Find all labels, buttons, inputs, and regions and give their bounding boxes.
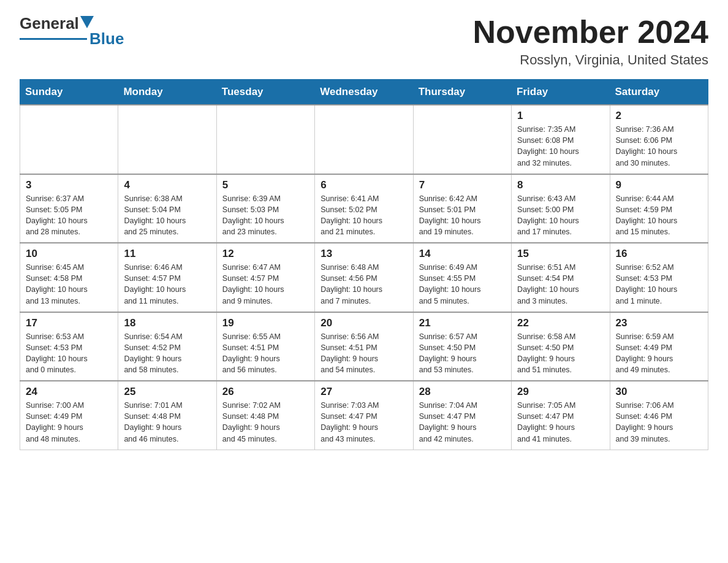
- day-cell: 8Sunrise: 6:43 AM Sunset: 5:00 PM Daylig…: [512, 174, 610, 243]
- day-cell: 6Sunrise: 6:41 AM Sunset: 5:02 PM Daylig…: [315, 174, 413, 243]
- day-info: Sunrise: 7:36 AM Sunset: 6:06 PM Dayligh…: [616, 124, 702, 169]
- day-info: Sunrise: 6:52 AM Sunset: 4:53 PM Dayligh…: [616, 262, 702, 307]
- day-cell: 30Sunrise: 7:06 AM Sunset: 4:46 PM Dayli…: [610, 381, 708, 450]
- day-cell: 5Sunrise: 6:39 AM Sunset: 5:03 PM Daylig…: [216, 174, 314, 243]
- day-number: 26: [222, 386, 309, 398]
- day-cell: 20Sunrise: 6:56 AM Sunset: 4:51 PM Dayli…: [315, 312, 413, 381]
- day-info: Sunrise: 6:49 AM Sunset: 4:55 PM Dayligh…: [419, 262, 506, 307]
- day-info: Sunrise: 6:55 AM Sunset: 4:51 PM Dayligh…: [222, 331, 309, 376]
- day-number: 21: [419, 317, 506, 329]
- week-row-1: 1Sunrise: 7:35 AM Sunset: 6:08 PM Daylig…: [20, 105, 708, 174]
- day-cell: 24Sunrise: 7:00 AM Sunset: 4:49 PM Dayli…: [20, 381, 118, 450]
- day-number: 23: [616, 317, 702, 329]
- day-cell: 7Sunrise: 6:42 AM Sunset: 5:01 PM Daylig…: [413, 174, 511, 243]
- day-info: Sunrise: 6:57 AM Sunset: 4:50 PM Dayligh…: [419, 331, 506, 376]
- day-cell: [413, 105, 511, 174]
- day-number: 17: [26, 317, 112, 329]
- week-row-4: 17Sunrise: 6:53 AM Sunset: 4:53 PM Dayli…: [20, 312, 708, 381]
- day-cell: 11Sunrise: 6:46 AM Sunset: 4:57 PM Dayli…: [118, 243, 216, 312]
- day-number: 28: [419, 386, 506, 398]
- day-cell: 28Sunrise: 7:04 AM Sunset: 4:47 PM Dayli…: [413, 381, 511, 450]
- day-cell: 12Sunrise: 6:47 AM Sunset: 4:57 PM Dayli…: [216, 243, 314, 312]
- day-number: 19: [222, 317, 309, 329]
- header-tuesday: Tuesday: [216, 80, 314, 105]
- day-info: Sunrise: 6:51 AM Sunset: 4:54 PM Dayligh…: [517, 262, 604, 307]
- day-cell: 10Sunrise: 6:45 AM Sunset: 4:58 PM Dayli…: [20, 243, 118, 312]
- day-cell: 17Sunrise: 6:53 AM Sunset: 4:53 PM Dayli…: [20, 312, 118, 381]
- day-number: 11: [124, 248, 210, 260]
- logo-line: [20, 38, 87, 40]
- header-sunday: Sunday: [20, 80, 118, 105]
- day-number: 25: [124, 386, 210, 398]
- day-info: Sunrise: 6:56 AM Sunset: 4:51 PM Dayligh…: [320, 331, 407, 376]
- day-cell: 19Sunrise: 6:55 AM Sunset: 4:51 PM Dayli…: [216, 312, 314, 381]
- day-cell: 13Sunrise: 6:48 AM Sunset: 4:56 PM Dayli…: [315, 243, 413, 312]
- logo-triangle-icon: [80, 16, 94, 28]
- day-number: 9: [616, 179, 702, 191]
- day-cell: 15Sunrise: 6:51 AM Sunset: 4:54 PM Dayli…: [512, 243, 610, 312]
- day-cell: 1Sunrise: 7:35 AM Sunset: 6:08 PM Daylig…: [512, 105, 610, 174]
- day-number: 2: [616, 110, 702, 122]
- day-cell: 9Sunrise: 6:44 AM Sunset: 4:59 PM Daylig…: [610, 174, 708, 243]
- day-info: Sunrise: 6:47 AM Sunset: 4:57 PM Dayligh…: [222, 262, 309, 307]
- day-cell: 22Sunrise: 6:58 AM Sunset: 4:50 PM Dayli…: [512, 312, 610, 381]
- calendar-title: November 2024: [473, 15, 708, 50]
- day-cell: 21Sunrise: 6:57 AM Sunset: 4:50 PM Dayli…: [413, 312, 511, 381]
- day-number: 15: [517, 248, 604, 260]
- page-header: General Blue November 2024 Rosslyn, Virg…: [20, 15, 708, 68]
- day-info: Sunrise: 7:02 AM Sunset: 4:48 PM Dayligh…: [222, 400, 309, 445]
- day-cell: 29Sunrise: 7:05 AM Sunset: 4:47 PM Dayli…: [512, 381, 610, 450]
- day-number: 22: [517, 317, 604, 329]
- day-cell: 27Sunrise: 7:03 AM Sunset: 4:47 PM Dayli…: [315, 381, 413, 450]
- day-number: 6: [320, 179, 407, 191]
- day-cell: 3Sunrise: 6:37 AM Sunset: 5:05 PM Daylig…: [20, 174, 118, 243]
- day-cell: 23Sunrise: 6:59 AM Sunset: 4:49 PM Dayli…: [610, 312, 708, 381]
- day-cell: 18Sunrise: 6:54 AM Sunset: 4:52 PM Dayli…: [118, 312, 216, 381]
- day-info: Sunrise: 7:01 AM Sunset: 4:48 PM Dayligh…: [124, 400, 210, 445]
- day-cell: 14Sunrise: 6:49 AM Sunset: 4:55 PM Dayli…: [413, 243, 511, 312]
- day-number: 1: [517, 110, 604, 122]
- day-number: 7: [419, 179, 506, 191]
- day-info: Sunrise: 6:44 AM Sunset: 4:59 PM Dayligh…: [616, 193, 702, 238]
- day-number: 14: [419, 248, 506, 260]
- day-cell: 26Sunrise: 7:02 AM Sunset: 4:48 PM Dayli…: [216, 381, 314, 450]
- logo: General Blue: [20, 15, 124, 47]
- day-info: Sunrise: 6:59 AM Sunset: 4:49 PM Dayligh…: [616, 331, 702, 376]
- logo-blue-text: Blue: [89, 30, 124, 48]
- day-info: Sunrise: 6:54 AM Sunset: 4:52 PM Dayligh…: [124, 331, 210, 376]
- calendar-table: Sunday Monday Tuesday Wednesday Thursday…: [20, 79, 708, 450]
- day-number: 3: [26, 179, 112, 191]
- day-cell: [216, 105, 314, 174]
- day-number: 10: [26, 248, 112, 260]
- day-number: 4: [124, 179, 210, 191]
- day-info: Sunrise: 7:03 AM Sunset: 4:47 PM Dayligh…: [320, 400, 407, 445]
- day-number: 5: [222, 179, 309, 191]
- day-info: Sunrise: 7:06 AM Sunset: 4:46 PM Dayligh…: [616, 400, 702, 445]
- day-info: Sunrise: 6:41 AM Sunset: 5:02 PM Dayligh…: [320, 193, 407, 238]
- day-info: Sunrise: 6:42 AM Sunset: 5:01 PM Dayligh…: [419, 193, 506, 238]
- week-row-3: 10Sunrise: 6:45 AM Sunset: 4:58 PM Dayli…: [20, 243, 708, 312]
- header-wednesday: Wednesday: [315, 80, 413, 105]
- day-info: Sunrise: 7:00 AM Sunset: 4:49 PM Dayligh…: [26, 400, 112, 445]
- day-cell: [315, 105, 413, 174]
- day-number: 12: [222, 248, 309, 260]
- day-info: Sunrise: 6:39 AM Sunset: 5:03 PM Dayligh…: [222, 193, 309, 238]
- calendar-title-area: November 2024 Rosslyn, Virginia, United …: [473, 15, 708, 68]
- day-info: Sunrise: 7:04 AM Sunset: 4:47 PM Dayligh…: [419, 400, 506, 445]
- day-number: 27: [320, 386, 407, 398]
- day-number: 20: [320, 317, 407, 329]
- day-cell: 25Sunrise: 7:01 AM Sunset: 4:48 PM Dayli…: [118, 381, 216, 450]
- calendar-subtitle: Rosslyn, Virginia, United States: [473, 52, 708, 68]
- day-info: Sunrise: 7:35 AM Sunset: 6:08 PM Dayligh…: [517, 124, 604, 169]
- day-number: 13: [320, 248, 407, 260]
- day-number: 29: [517, 386, 604, 398]
- week-row-2: 3Sunrise: 6:37 AM Sunset: 5:05 PM Daylig…: [20, 174, 708, 243]
- day-number: 24: [26, 386, 112, 398]
- day-number: 16: [616, 248, 702, 260]
- day-info: Sunrise: 6:58 AM Sunset: 4:50 PM Dayligh…: [517, 331, 604, 376]
- day-number: 18: [124, 317, 210, 329]
- day-info: Sunrise: 6:43 AM Sunset: 5:00 PM Dayligh…: [517, 193, 604, 238]
- week-row-5: 24Sunrise: 7:00 AM Sunset: 4:49 PM Dayli…: [20, 381, 708, 450]
- day-cell: [118, 105, 216, 174]
- day-info: Sunrise: 6:46 AM Sunset: 4:57 PM Dayligh…: [124, 262, 210, 307]
